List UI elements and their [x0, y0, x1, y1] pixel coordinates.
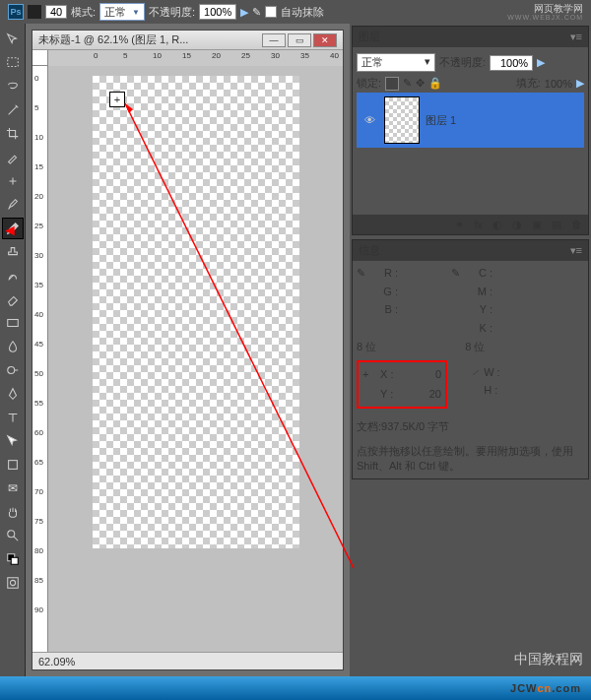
layer-name[interactable]: 图层 1 [426, 113, 456, 128]
layers-panel: 图层 ▾≡ 正常▾ 不透明度: 100% ▶ 锁定: ✎ ✥ 🔒 [352, 26, 589, 235]
mode-label: 模式: [71, 5, 96, 20]
panel-menu-icon[interactable]: ▾≡ [570, 31, 582, 43]
bits-left: 8 位 [357, 339, 376, 356]
shape-tool[interactable] [2, 454, 24, 476]
lasso-tool[interactable] [2, 76, 24, 97]
document-window: 未标题-1 @ 62.1% (图层 1, R... — ▭ ✕ 05101520… [32, 30, 344, 670]
tablet-pressure-icon[interactable]: ✎ [252, 6, 261, 19]
c-label: C : [473, 265, 492, 283]
dimensions-icon: ⟋ [470, 366, 481, 378]
panel-menu-icon[interactable]: ▾≡ [570, 244, 582, 257]
layer-row[interactable]: 👁 图层 1 [357, 93, 584, 148]
auto-erase-checkbox[interactable] [265, 6, 277, 18]
annotation-arrow-tool: ◄ [2, 222, 18, 239]
blend-mode-dropdown[interactable]: 正常 ▼ [99, 3, 145, 21]
notes-tool[interactable]: ✉ [2, 477, 24, 499]
fill-slider-icon[interactable]: ▶ [576, 77, 584, 90]
marquee-tool[interactable] [2, 52, 24, 74]
type-tool[interactable] [2, 407, 24, 428]
info-panel: 信息 ▾≡ ✎R : ✎C : G : M : B : Y : K : 8 位 … [352, 239, 589, 479]
y-value: 20 [402, 386, 441, 404]
quickmask-toggle[interactable] [2, 572, 24, 594]
visibility-eye-icon[interactable]: 👁 [361, 114, 378, 126]
cursor-crosshair-icon: + [109, 92, 125, 107]
w-label: W : [484, 366, 500, 378]
x-value: 0 [402, 366, 441, 384]
pen-tool[interactable] [2, 383, 24, 405]
trash-icon[interactable]: 🗑 [571, 219, 582, 230]
color-swatches[interactable] [2, 548, 24, 570]
x-label: X : [380, 366, 400, 384]
minimize-button[interactable]: — [262, 33, 286, 47]
maximize-button[interactable]: ▭ [288, 33, 311, 47]
group-icon[interactable]: ▣ [532, 219, 542, 231]
history-brush-tool[interactable] [2, 265, 24, 286]
document-status-bar: 62.09% [33, 652, 343, 669]
wand-tool[interactable] [2, 99, 24, 121]
brush-preview-swatch[interactable] [28, 5, 41, 19]
blur-tool[interactable] [2, 336, 24, 357]
dodge-tool[interactable] [2, 359, 24, 381]
stamp-tool[interactable] [2, 241, 24, 263]
healing-tool[interactable] [2, 170, 24, 192]
brush-tool[interactable] [2, 194, 24, 216]
opacity-value[interactable]: 100% [199, 4, 236, 20]
lock-label: 锁定: [357, 76, 381, 91]
layer-opacity-value[interactable]: 100% [490, 55, 533, 71]
y-label: Y : [380, 386, 400, 404]
crop-tool[interactable] [2, 123, 24, 145]
ruler-origin[interactable] [33, 50, 48, 66]
layers-footer: ⚭ fx ◐ ◑ ▣ ▤ 🗑 [353, 215, 588, 234]
path-tool[interactable] [2, 430, 24, 452]
layer-blend-dropdown[interactable]: 正常▾ [357, 53, 435, 72]
fill-value[interactable]: 100% [545, 78, 572, 90]
site-cn: 网页教学网 [507, 4, 583, 14]
k-label: K : [473, 320, 492, 338]
lock-transparent-icon[interactable] [385, 77, 399, 91]
brand-c: .com [552, 682, 581, 694]
lock-all-icon[interactable]: 🔒 [428, 77, 442, 90]
document-title: 未标题-1 @ 62.1% (图层 1, R... [38, 32, 188, 47]
fill-label: 填充: [516, 76, 541, 91]
canvas-transparent[interactable] [93, 76, 299, 548]
layers-panel-header[interactable]: 图层 ▾≡ [353, 27, 588, 47]
eyedropper-tool[interactable] [2, 147, 24, 168]
hand-tool[interactable] [2, 501, 24, 523]
svg-rect-0 [7, 58, 18, 67]
b-label: B : [378, 301, 398, 319]
new-layer-icon[interactable]: ▤ [552, 219, 561, 231]
info-panel-title: 信息 [359, 243, 380, 258]
move-tool[interactable] [2, 29, 24, 50]
opacity-slider-icon[interactable]: ▶ [537, 56, 545, 69]
canvas-viewport[interactable]: + [48, 66, 343, 652]
document-titlebar[interactable]: 未标题-1 @ 62.1% (图层 1, R... — ▭ ✕ [33, 31, 343, 50]
site-watermark: 网页教学网 WWW.WEBJX.COM [507, 4, 583, 21]
layer-list[interactable]: 👁 图层 1 [357, 93, 584, 211]
ruler-vertical[interactable]: 051015202530354045505560657075808590 [33, 66, 48, 652]
eraser-tool[interactable] [2, 288, 24, 310]
close-button[interactable]: ✕ [313, 33, 337, 47]
link-layers-icon[interactable]: ⚭ [455, 219, 464, 231]
toolbox: ✉ [0, 24, 26, 676]
g-label: G : [378, 284, 398, 301]
brush-size-value[interactable]: 40 [45, 5, 67, 19]
mask-icon[interactable]: ◐ [492, 219, 502, 231]
lock-move-icon[interactable]: ✥ [416, 77, 425, 90]
eyedropper-rgb-icon: ✎ [357, 265, 376, 283]
info-panel-header[interactable]: 信息 ▾≡ [353, 240, 588, 261]
opacity-arrow-icon[interactable]: ▶ [240, 6, 248, 19]
eyedropper-cmyk-icon: ✎ [451, 265, 471, 283]
crosshair-icon: + [362, 366, 378, 384]
zoom-level[interactable]: 62.09% [38, 656, 75, 668]
zoom-tool[interactable] [2, 525, 24, 546]
layer-thumbnail[interactable] [384, 96, 420, 144]
fx-icon[interactable]: fx [474, 219, 483, 230]
m-label: M : [473, 284, 492, 301]
layer-opacity-label: 不透明度: [439, 55, 486, 70]
svg-point-8 [10, 580, 15, 585]
lock-brush-icon[interactable]: ✎ [403, 77, 412, 90]
panels-dock: 图层 ▾≡ 正常▾ 不透明度: 100% ▶ 锁定: ✎ ✥ 🔒 [350, 24, 591, 676]
adjustment-icon[interactable]: ◑ [512, 219, 522, 231]
gradient-tool[interactable] [2, 312, 24, 334]
brand-b: cn [537, 682, 552, 694]
